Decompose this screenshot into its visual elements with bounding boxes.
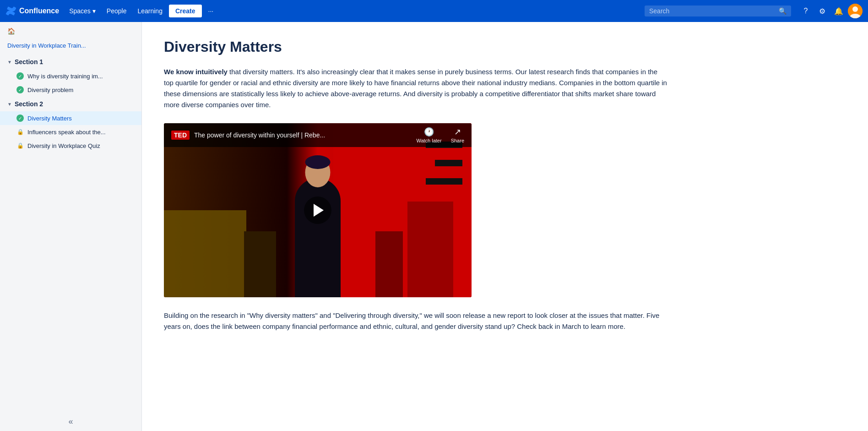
check-icon: ✓	[16, 72, 24, 80]
section-2-chevron-icon: ▼	[7, 102, 12, 107]
video-controls: 🕐 Watch later ↗ Share	[416, 127, 464, 143]
confluence-logo-icon	[5, 5, 16, 16]
create-button[interactable]: Create	[169, 5, 202, 17]
page-title: Diversity Matters	[164, 38, 846, 55]
watch-later-icon: 🕐	[424, 127, 434, 137]
ted-logo: TED	[171, 131, 190, 140]
svg-point-1	[852, 6, 858, 12]
play-button[interactable]	[304, 196, 331, 224]
video-player[interactable]: TED The power of diversity within yourse…	[164, 123, 472, 297]
people-label: People	[107, 7, 127, 15]
share-icon: ↗	[454, 127, 461, 137]
topnav-icons: ? ⚙ 🔔	[798, 4, 863, 18]
top-navigation: Confluence Spaces ▾ People Learning Crea…	[0, 0, 868, 22]
section-1-label: Section 1	[15, 58, 43, 65]
main-layout: 🏠 Diversity in Workplace Train... ▼ Sect…	[0, 22, 868, 431]
sidebar-collapse-button[interactable]: «	[0, 412, 141, 431]
space-link[interactable]: Diversity in Workplace Train...	[0, 40, 141, 55]
lock-icon: 🔒	[16, 142, 24, 149]
section-2-header[interactable]: ▼ Section 2	[0, 97, 141, 111]
more-button[interactable]: ···	[204, 5, 218, 17]
intro-paragraph: We know intuitively that diversity matte…	[164, 66, 667, 110]
search-input[interactable]	[649, 7, 779, 15]
diversity-problem-label: Diversity problem	[27, 87, 73, 93]
spaces-menu[interactable]: Spaces ▾	[65, 5, 100, 17]
sidebar-item-quiz[interactable]: 🔒 Diversity in Workplace Quiz	[0, 139, 141, 153]
section-1-chevron-icon: ▼	[7, 60, 12, 65]
sidebar-home[interactable]: 🏠	[0, 22, 141, 40]
help-icon[interactable]: ?	[798, 4, 813, 18]
section-2-label: Section 2	[15, 100, 43, 108]
watch-later-button[interactable]: 🕐 Watch later	[416, 127, 441, 143]
learning-label: Learning	[137, 7, 163, 15]
confluence-text: Confluence	[19, 7, 59, 15]
people-menu[interactable]: People	[102, 5, 131, 17]
intro-bold: We know intuitively	[164, 68, 228, 76]
section-1-header[interactable]: ▼ Section 1	[0, 55, 141, 69]
check-icon: ✓	[16, 115, 24, 122]
intro-rest: that diversity matters. It's also increa…	[164, 68, 667, 109]
video-topbar: TED The power of diversity within yourse…	[164, 123, 472, 147]
video-title: The power of diversity within yourself |…	[194, 131, 325, 139]
collapse-icon: «	[68, 417, 73, 426]
sidebar-section-2: ▼ Section 2 ✓ Diversity Matters 🔒 Influe…	[0, 97, 141, 153]
sidebar: 🏠 Diversity in Workplace Train... ▼ Sect…	[0, 22, 142, 431]
play-icon	[314, 204, 324, 217]
sidebar-item-diversity-matters[interactable]: ✓ Diversity Matters	[0, 111, 141, 125]
home-icon: 🏠	[7, 27, 15, 35]
share-button[interactable]: ↗ Share	[451, 127, 464, 143]
notifications-icon[interactable]: 🔔	[831, 4, 846, 18]
confluence-logo[interactable]: Confluence	[5, 5, 59, 16]
settings-icon[interactable]: ⚙	[815, 4, 830, 18]
lock-icon: 🔒	[16, 128, 24, 136]
sidebar-item-why-diversity[interactable]: ✓ Why is diversity training im...	[0, 69, 141, 83]
sidebar-item-diversity-problem[interactable]: ✓ Diversity problem	[0, 83, 141, 97]
bottom-paragraph: Building on the research in "Why diversi…	[164, 310, 667, 332]
search-bar[interactable]: 🔍	[645, 5, 791, 16]
sidebar-item-influencers[interactable]: 🔒 Influencers speak about the...	[0, 125, 141, 139]
diversity-matters-label: Diversity Matters	[27, 115, 72, 122]
video-thumbnail: TED The power of diversity within yourse…	[164, 123, 472, 297]
influencers-label: Influencers speak about the...	[27, 129, 106, 136]
check-icon: ✓	[16, 86, 24, 93]
watch-later-label: Watch later	[416, 138, 441, 143]
learning-menu[interactable]: Learning	[133, 5, 167, 17]
user-avatar[interactable]	[848, 4, 863, 18]
avatar-image	[848, 4, 863, 18]
spaces-label: Spaces	[69, 7, 91, 15]
why-diversity-label: Why is diversity training im...	[27, 73, 103, 80]
search-icon: 🔍	[779, 7, 787, 15]
quiz-label: Diversity in Workplace Quiz	[27, 142, 100, 149]
spaces-chevron-icon: ▾	[92, 7, 96, 15]
share-label: Share	[451, 138, 464, 143]
sidebar-section-1: ▼ Section 1 ✓ Why is diversity training …	[0, 55, 141, 97]
video-topbar-left: TED The power of diversity within yourse…	[171, 131, 325, 140]
main-content: Diversity Matters We know intuitively th…	[142, 22, 868, 431]
